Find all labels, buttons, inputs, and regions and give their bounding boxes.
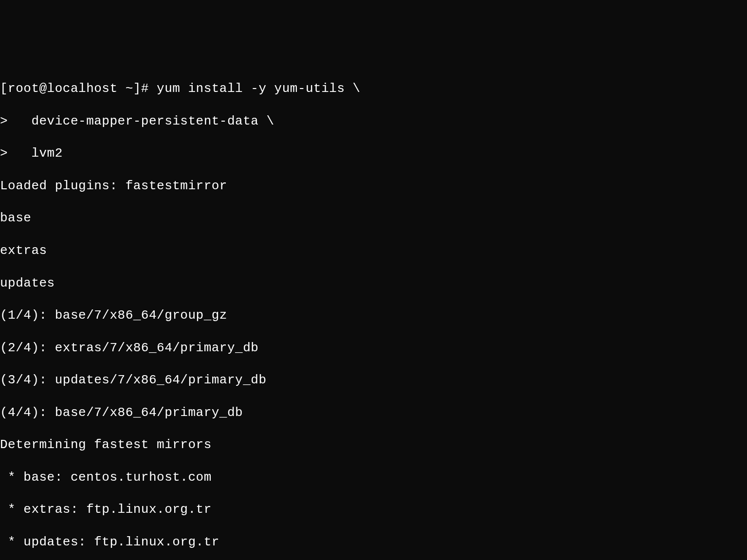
terminal-line: extras [0,243,747,259]
terminal-line: updates [0,275,747,291]
terminal-line: * updates: ftp.linux.org.tr [0,534,747,550]
terminal-line: [root@localhost ~]# yum install -y yum-u… [0,81,747,97]
terminal-line: > lvm2 [0,145,747,162]
terminal-line: * extras: ftp.linux.org.tr [0,502,747,518]
terminal-line: (1/4): base/7/x86_64/group_gz [0,307,747,324]
terminal-window[interactable]: [root@localhost ~]# yum install -y yum-u… [0,65,747,560]
terminal-line: * base: centos.turhost.com [0,470,747,486]
terminal-line: Loaded plugins: fastestmirror [0,178,747,194]
terminal-line: (3/4): updates/7/x86_64/primary_db [0,372,747,388]
terminal-line: Determining fastest mirrors [0,437,747,453]
terminal-line: > device-mapper-persistent-data \ [0,113,747,129]
terminal-line: (4/4): base/7/x86_64/primary_db [0,405,747,421]
terminal-line: (2/4): extras/7/x86_64/primary_db [0,340,747,356]
terminal-line: base [0,210,747,226]
